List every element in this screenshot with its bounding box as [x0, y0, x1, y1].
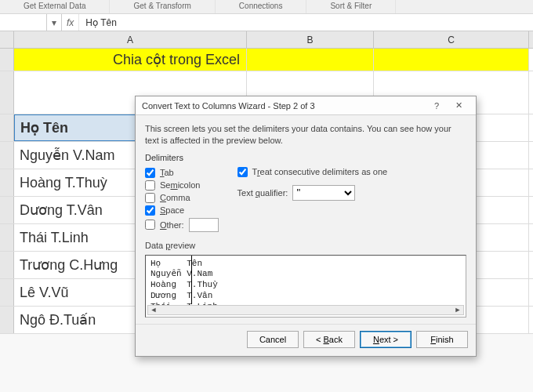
- chevron-down-icon: ▾: [52, 17, 56, 28]
- delimiter-other-input[interactable]: [189, 218, 219, 232]
- delimiter-other-label: Other:: [160, 220, 184, 230]
- row-header[interactable]: [0, 197, 14, 223]
- name-box[interactable]: [0, 14, 47, 31]
- data-preview-label: Data preview: [145, 241, 466, 250]
- ribbon-groups: Get External Data Get & Transform Connec…: [0, 0, 533, 14]
- row-header[interactable]: [0, 169, 14, 196]
- scroll-right-icon[interactable]: ►: [452, 306, 463, 314]
- delimiter-tab-checkbox[interactable]: [145, 168, 155, 178]
- treat-consecutive-label: Treat consecutive delimiters as one: [252, 167, 388, 176]
- delimiter-space-label: Space: [160, 205, 184, 215]
- delimiter-semicolon-label: Semicolon: [160, 180, 200, 190]
- title-row: Chia cột trong Excel: [0, 49, 533, 71]
- dialog-titlebar[interactable]: Convert Text to Columns Wizard - Step 2 …: [136, 96, 476, 115]
- finish-button[interactable]: Finish: [416, 331, 468, 348]
- text-qualifier-label: Text qualifier:: [237, 188, 288, 198]
- data-preview: Họ Tên Nguyễn V.Nam Hoàng T.Thuỳ Dương T…: [145, 255, 466, 318]
- dialog-buttons: Cancel < Back Next > Finish: [136, 324, 476, 356]
- ribbon-group[interactable]: Connections: [216, 0, 307, 13]
- cell[interactable]: [374, 49, 529, 71]
- delimiter-tab-label: Tab: [160, 168, 174, 177]
- delimiter-comma-checkbox[interactable]: [145, 193, 155, 203]
- delimiter-semicolon-checkbox[interactable]: [145, 180, 155, 191]
- treat-consecutive[interactable]: Treat consecutive delimiters as one: [237, 167, 388, 177]
- column-headers: A B C: [0, 31, 533, 49]
- dialog-description: This screen lets you set the delimiters …: [145, 123, 466, 147]
- name-box-dropdown[interactable]: ▾: [47, 14, 62, 31]
- ribbon-group[interactable]: Sort & Filter: [306, 0, 396, 13]
- delimiter-other-checkbox[interactable]: [145, 220, 155, 230]
- ribbon-group[interactable]: Get External Data: [0, 0, 110, 13]
- ribbon-group[interactable]: Get & Transform: [110, 0, 215, 13]
- fx-icon[interactable]: fx: [62, 14, 79, 31]
- delimiter-space-checkbox[interactable]: [145, 205, 155, 216]
- col-header-A[interactable]: A: [14, 31, 247, 48]
- delimiter-comma-label: Comma: [160, 193, 190, 202]
- row-header[interactable]: [0, 49, 14, 71]
- col-header-C[interactable]: C: [374, 31, 529, 48]
- text-qualifier-select[interactable]: ": [292, 185, 355, 201]
- preview-scrollbar[interactable]: ◄ ►: [147, 305, 464, 315]
- row-header[interactable]: [0, 114, 14, 141]
- back-button[interactable]: < Back: [303, 331, 355, 348]
- delimiter-space[interactable]: Space: [145, 205, 219, 216]
- delimiter-other[interactable]: Other:: [145, 218, 219, 232]
- cell[interactable]: Chia cột trong Excel: [14, 49, 247, 71]
- row-header[interactable]: [0, 252, 14, 278]
- row-header[interactable]: [0, 71, 14, 114]
- formula-bar: ▾ fx Họ Tên: [0, 14, 533, 31]
- preview-column-separator: [191, 256, 192, 304]
- row-header[interactable]: [0, 224, 14, 251]
- treat-consecutive-checkbox[interactable]: [237, 167, 248, 177]
- row-header[interactable]: [0, 307, 14, 333]
- next-button[interactable]: Next >: [360, 331, 412, 348]
- help-button[interactable]: ?: [426, 98, 448, 114]
- delimiter-comma[interactable]: Comma: [145, 193, 219, 203]
- cell[interactable]: [247, 49, 374, 71]
- scroll-left-icon[interactable]: ◄: [148, 306, 159, 314]
- row-header[interactable]: [0, 279, 14, 306]
- formula-value[interactable]: Họ Tên: [79, 17, 122, 28]
- row-header[interactable]: [0, 142, 14, 169]
- col-header-B[interactable]: B: [247, 31, 374, 48]
- select-all-corner[interactable]: [0, 31, 14, 48]
- dialog-title: Convert Text to Columns Wizard - Step 2 …: [142, 101, 426, 111]
- delimiters-label: Delimiters: [145, 153, 466, 162]
- close-button[interactable]: ✕: [448, 98, 470, 114]
- delimiter-semicolon[interactable]: Semicolon: [145, 180, 219, 191]
- cancel-button[interactable]: Cancel: [247, 331, 299, 348]
- text-to-columns-dialog: Convert Text to Columns Wizard - Step 2 …: [135, 96, 477, 357]
- delimiter-tab[interactable]: Tab: [145, 168, 219, 178]
